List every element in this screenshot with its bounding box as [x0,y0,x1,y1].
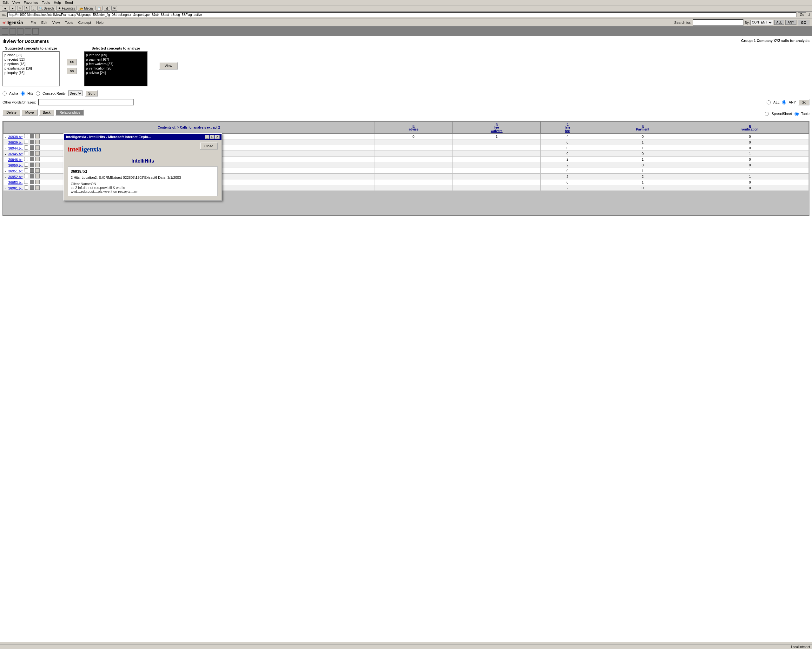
browser-menu-view[interactable]: View [12,1,20,5]
file-link[interactable]: 36946.txt [8,158,23,162]
row-icon-button[interactable] [30,145,34,150]
concept-rarity-label[interactable]: Concept Rarity [43,92,66,95]
app-menu-tools[interactable]: Tools [65,21,73,24]
row-checkbox[interactable] [24,134,28,138]
toolbar-extra1[interactable]: 📋 [96,6,102,11]
list-item[interactable]: p verification [26] [85,66,146,70]
media-button[interactable]: 📻 Media [78,6,94,11]
stop-button[interactable]: ✕ [17,6,23,11]
ow-any-label[interactable]: ANY [789,100,796,104]
row-icon-button[interactable] [30,168,34,173]
app-menu-concept[interactable]: Concept [78,21,91,24]
file-link[interactable]: 36950.txt [8,164,23,167]
home-button[interactable]: ⌂ [31,6,36,11]
row-icon-button[interactable] [30,185,34,190]
row-action-button[interactable] [35,140,40,144]
refresh-button[interactable]: ↻ [24,6,30,11]
alpha-label[interactable]: Alpha [9,92,18,95]
row-checkbox[interactable] [24,162,28,167]
row-icon-button[interactable] [30,157,34,161]
popup-restore-button[interactable]: □ [210,135,215,139]
back-nav-button[interactable]: Back [39,109,54,116]
col-header-verification[interactable]: pverification [691,122,809,134]
file-link[interactable]: 36945.txt [8,152,23,156]
popup-close-button[interactable]: ✕ [215,135,220,139]
toolbar-icon-1[interactable] [2,28,8,35]
toolbar-icon-5[interactable] [32,28,39,35]
col-header-late-fee-link[interactable]: platefee [565,122,570,133]
go-search-button[interactable]: GO [798,20,809,25]
toolbar-extra2[interactable]: 🖨 [104,6,110,11]
alpha-radio[interactable] [3,92,7,96]
transfer-forward-button[interactable]: >> [67,58,77,66]
row-icon-button[interactable] [30,162,34,167]
list-item[interactable]: p payment [67] [85,57,146,61]
file-link[interactable]: 36961.txt [8,187,23,190]
row-icon-button[interactable] [30,180,34,184]
col-header-contents[interactable]: Contents of: > Calls for analysis extrac… [3,122,374,134]
row-action-button[interactable] [35,134,40,138]
row-checkbox[interactable] [24,140,28,144]
row-icon-button[interactable] [30,140,34,144]
row-checkbox[interactable] [24,180,28,184]
spreadsheet-radio[interactable] [765,112,769,116]
row-action-button[interactable] [35,157,40,161]
other-words-all-radio[interactable] [767,100,771,104]
row-checkbox[interactable] [24,168,28,172]
row-action-button[interactable] [35,145,40,150]
hits-label[interactable]: Hits [27,92,33,95]
row-icon-button[interactable] [30,151,34,156]
list-item[interactable]: p options [18] [4,61,58,66]
app-menu-edit[interactable]: Edit [41,21,47,24]
all-button[interactable]: ALL [774,20,785,25]
col-header-contents-link[interactable]: Contents of: > Calls for analysis extrac… [158,126,220,129]
file-link[interactable]: 36952.txt [8,175,23,179]
sort-button[interactable]: Sort [85,90,98,96]
spreadsheet-label[interactable]: SpreadSheet [771,112,792,116]
relationships-button[interactable]: Relationships [55,109,84,116]
browser-menu-tools[interactable]: Tools [42,1,50,5]
favorites-button[interactable]: ★ Favorites [56,6,76,11]
other-words-input[interactable] [38,99,134,106]
back-button[interactable]: ◄ [2,6,8,11]
toolbar-icon-3[interactable] [17,28,23,35]
other-words-any-radio[interactable] [782,100,786,104]
col-header-payment-link[interactable]: pPayment [636,124,649,131]
col-header-fee-waivers-link[interactable]: pfeewaivers [491,122,503,133]
col-header-late-fee[interactable]: platefee [541,122,594,134]
any-button[interactable]: ANY [785,20,797,25]
row-checkbox[interactable] [24,151,28,155]
concept-rarity-radio[interactable] [36,92,40,96]
row-checkbox[interactable] [24,145,28,150]
list-item[interactable]: p explanation [16] [4,66,58,70]
file-link[interactable]: 36944.txt [8,146,23,150]
close-intellihits-button[interactable]: Close [200,142,218,150]
col-header-advise[interactable]: padvise [374,122,452,134]
row-icon-button[interactable] [30,174,34,178]
table-radio[interactable] [795,112,799,116]
row-checkbox[interactable] [24,174,28,178]
row-action-button[interactable] [35,168,40,173]
app-menu-help[interactable]: Help [96,21,104,24]
browser-menu-edit[interactable]: Edit [3,1,9,5]
move-button[interactable]: Move [21,109,38,116]
col-header-verification-link[interactable]: pverification [742,124,759,131]
suggested-listbox[interactable]: p close [22] p receipt [22] p options [1… [3,51,60,86]
list-item[interactable]: p advise [24] [85,70,146,75]
browser-go-button[interactable]: Go [798,12,806,17]
col-header-advise-link[interactable]: padvise [409,124,418,131]
search-by-select[interactable]: CONTENT ALL ANY [751,20,773,25]
row-icon-button[interactable] [30,134,34,138]
file-link[interactable]: 36953.txt [8,181,23,184]
col-header-payment[interactable]: pPayment [594,122,691,134]
list-item[interactable]: p close [22] [4,53,58,57]
col-header-fee-waivers[interactable]: pfeewaivers [452,122,541,134]
browser-menu-favorites[interactable]: Favorites [24,1,38,5]
address-input[interactable] [7,12,797,17]
search-button[interactable]: 🔍 Search [37,6,55,11]
list-item[interactable]: p fee waivers [37] [85,61,146,66]
row-action-button[interactable] [35,174,40,178]
row-action-button[interactable] [35,185,40,190]
toolbar-extra3[interactable]: ✉ [111,6,117,11]
app-menu-view[interactable]: View [52,21,60,24]
